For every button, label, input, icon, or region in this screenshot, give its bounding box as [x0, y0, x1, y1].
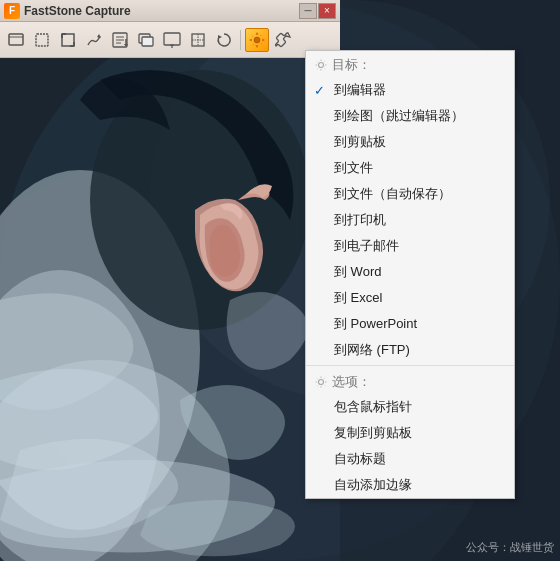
options-section-header: 选项： — [306, 368, 514, 394]
menu-item-to-clipboard[interactable]: 到剪贴板 — [306, 129, 514, 155]
capture-active-window-btn[interactable] — [4, 28, 28, 52]
options-label: 选项： — [332, 373, 371, 391]
menu-item-to-ftp[interactable]: 到网络 (FTP) — [306, 337, 514, 363]
titlebar: F FastStone Capture ─ × — [0, 0, 340, 22]
app-title: FastStone Capture — [24, 4, 299, 18]
menu-item-to-printer[interactable]: 到打印机 — [306, 207, 514, 233]
output-dropdown-menu: 目标： 到编辑器 到绘图（跳过编辑器） 到剪贴板 到文件 到文件（自动保存） 到… — [305, 50, 515, 499]
minimize-button[interactable]: ─ — [299, 3, 317, 19]
svg-rect-11 — [62, 34, 74, 46]
gear-icon — [314, 58, 328, 72]
repeat-last-btn[interactable] — [212, 28, 236, 52]
capture-custom-size-btn[interactable] — [186, 28, 210, 52]
watermark: 公众号：战锤世货 — [466, 540, 554, 555]
menu-item-to-excel[interactable]: 到 Excel — [306, 285, 514, 311]
svg-rect-10 — [36, 34, 48, 46]
target-section-header: 目标： — [306, 51, 514, 77]
svg-rect-25 — [164, 33, 180, 45]
svg-point-33 — [319, 63, 324, 68]
menu-item-auto-border[interactable]: 自动添加边缘 — [306, 472, 514, 498]
toolbar — [0, 22, 340, 58]
menu-separator — [306, 365, 514, 366]
menu-item-copy-clipboard[interactable]: 复制到剪贴板 — [306, 420, 514, 446]
app-icon: F — [4, 3, 20, 19]
gear-icon-options — [314, 375, 328, 389]
capture-region-btn[interactable] — [56, 28, 80, 52]
menu-item-to-file[interactable]: 到文件 — [306, 155, 514, 181]
menu-item-auto-title[interactable]: 自动标题 — [306, 446, 514, 472]
menu-item-to-powerpoint[interactable]: 到 PowerPoint — [306, 311, 514, 337]
menu-item-to-file-auto[interactable]: 到文件（自动保存） — [306, 181, 514, 207]
target-label: 目标： — [332, 56, 371, 74]
svg-point-32 — [254, 37, 260, 43]
capture-freehand-btn[interactable] — [82, 28, 106, 52]
menu-item-include-cursor[interactable]: 包含鼠标指针 — [306, 394, 514, 420]
extra-tools-btn[interactable] — [271, 28, 295, 52]
svg-marker-16 — [97, 34, 101, 38]
capture-fixed-region-btn[interactable] — [30, 28, 54, 52]
menu-item-to-drawing[interactable]: 到绘图（跳过编辑器） — [306, 103, 514, 129]
svg-rect-24 — [142, 37, 153, 46]
output-settings-btn[interactable] — [245, 28, 269, 52]
close-button[interactable]: × — [318, 3, 336, 19]
svg-rect-9 — [9, 34, 23, 45]
menu-item-to-email[interactable]: 到电子邮件 — [306, 233, 514, 259]
menu-item-to-word[interactable]: 到 Word — [306, 259, 514, 285]
menu-item-to-editor[interactable]: 到编辑器 — [306, 77, 514, 103]
svg-point-34 — [319, 380, 324, 385]
capture-screen-btn[interactable] — [160, 28, 184, 52]
svg-marker-31 — [218, 35, 222, 39]
capture-menu-btn[interactable] — [134, 28, 158, 52]
toolbar-separator-1 — [240, 30, 241, 50]
capture-scrolling-btn[interactable] — [108, 28, 132, 52]
window-controls: ─ × — [299, 3, 336, 19]
